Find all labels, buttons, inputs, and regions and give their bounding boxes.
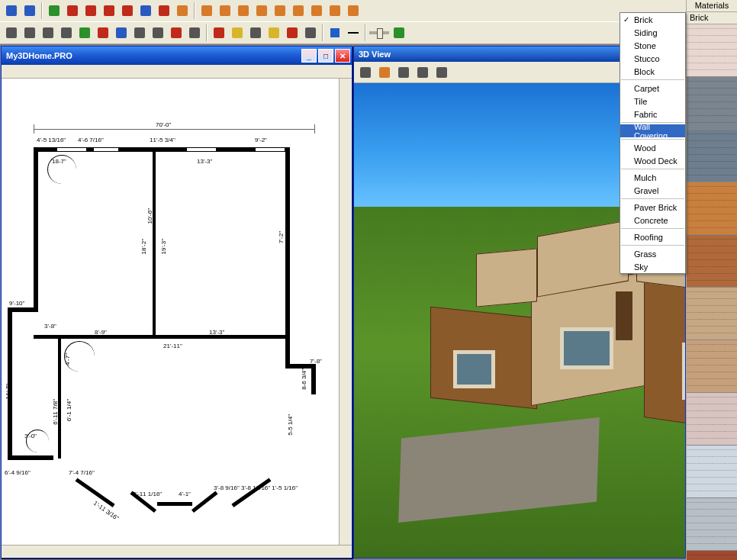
menu-item-siding[interactable]: Siding (620, 26, 685, 39)
brush-icon[interactable] (414, 64, 431, 81)
title-3d: 3D View (359, 50, 391, 59)
fence-low-icon[interactable] (168, 24, 185, 41)
material-swatch[interactable] (687, 446, 737, 498)
pond-icon[interactable] (131, 24, 148, 41)
tractor-icon[interactable] (247, 24, 264, 41)
menu-item-roofing[interactable]: Roofing (620, 230, 685, 243)
nosmoking-icon[interactable] (156, 2, 172, 19)
menu-item-wall-covering[interactable]: Wall Covering (620, 124, 685, 137)
roof9-icon[interactable] (345, 2, 362, 19)
roof2-icon[interactable] (217, 2, 233, 19)
roof4-icon[interactable] (253, 2, 270, 19)
fence1-icon[interactable] (64, 2, 81, 19)
material-swatch[interactable] (687, 340, 737, 393)
color-swatch[interactable] (327, 24, 343, 41)
fence4-icon[interactable] (119, 2, 136, 19)
sun-icon[interactable] (376, 64, 393, 81)
menu-item-carpet[interactable]: Carpet (620, 82, 685, 95)
material-swatch[interactable] (687, 498, 737, 551)
titlebar-2d[interactable]: My3DHome.PRO _ □ ✕ (2, 47, 352, 65)
menu-item-paver-brick[interactable]: Paver Brick (620, 201, 685, 214)
menu-item-block[interactable]: Block (620, 65, 685, 78)
book-icon[interactable] (3, 2, 20, 19)
materials-dropdown-menu: BrickSidingStoneStuccoBlockCarpetTileFab… (620, 12, 686, 274)
menu-item-concrete[interactable]: Concrete (620, 214, 685, 227)
roof8-icon[interactable] (327, 2, 343, 19)
menu-item-stucco[interactable]: Stucco (620, 52, 685, 65)
fence2-icon[interactable] (82, 2, 99, 19)
menu-item-brick[interactable]: Brick (620, 13, 685, 26)
menu-item-gravel[interactable]: Gravel (620, 184, 685, 197)
materials-category[interactable]: Brick (687, 12, 737, 24)
square-green-icon[interactable] (76, 24, 93, 41)
tree-icon[interactable] (391, 24, 407, 41)
circle-dark-icon[interactable] (150, 24, 166, 41)
slider[interactable] (369, 31, 389, 34)
roof1-icon[interactable] (198, 2, 215, 19)
hydrant-icon[interactable] (284, 24, 301, 41)
roof7-icon[interactable] (308, 2, 325, 19)
material-swatch[interactable] (687, 130, 737, 182)
curve-red-icon[interactable] (95, 24, 111, 41)
scrollbar-vertical[interactable] (339, 79, 352, 545)
walk-icon[interactable] (357, 64, 374, 81)
arrow-red-icon[interactable] (211, 24, 227, 41)
ruler-icon[interactable] (433, 64, 450, 81)
material-swatch[interactable] (687, 77, 737, 130)
maximize-button[interactable]: □ (318, 49, 333, 63)
material-swatch[interactable] (687, 551, 737, 560)
material-swatch[interactable] (687, 393, 737, 446)
menu-item-fabric[interactable]: Fabric (620, 108, 685, 121)
window-2d-plan: My3DHome.PRO _ □ ✕ (1, 46, 352, 558)
workspace: My3DHome.PRO _ □ ✕ (0, 44, 686, 560)
bulb-icon[interactable] (395, 64, 412, 81)
fence3-icon[interactable] (101, 2, 117, 19)
seesaw-icon[interactable] (21, 24, 38, 41)
material-swatch[interactable] (687, 24, 737, 77)
menu-item-stone[interactable]: Stone (620, 39, 685, 52)
scrollbar-horizontal[interactable] (2, 545, 352, 558)
menu-item-sky[interactable]: Sky (620, 260, 685, 273)
plan-subtoolbar (2, 65, 352, 79)
menu-item-wood-deck[interactable]: Wood Deck (620, 154, 685, 167)
pool-icon[interactable] (137, 2, 154, 19)
grid-icon[interactable] (46, 2, 63, 19)
spacer-balls-icon[interactable] (186, 24, 203, 41)
close-button[interactable]: ✕ (335, 49, 350, 63)
minimize-button[interactable]: _ (301, 49, 317, 63)
line-swatch[interactable] (345, 24, 362, 41)
flowerbed-icon[interactable] (58, 24, 75, 41)
roof3-icon[interactable] (235, 2, 252, 19)
roof6-icon[interactable] (290, 2, 307, 19)
plan-canvas[interactable]: 70'-0" 4'-5 13/16" 4'-6 7/16" 11'-5 3/4"… (3, 79, 339, 545)
lamp-icon[interactable] (266, 24, 282, 41)
menu-item-grass[interactable]: Grass (620, 247, 685, 260)
materials-swatch-list (687, 24, 737, 560)
slide-icon[interactable] (3, 24, 20, 41)
title-2d: My3DHome.PRO (6, 51, 300, 60)
rock-icon[interactable] (302, 24, 319, 41)
material-swatch[interactable] (687, 182, 737, 235)
balloons-icon[interactable] (174, 2, 191, 19)
materials-heading: Materials (687, 0, 737, 12)
menu-item-wood[interactable]: Wood (620, 141, 685, 154)
roof5-icon[interactable] (272, 2, 288, 19)
material-swatch[interactable] (687, 288, 737, 340)
page-icon[interactable] (21, 2, 38, 19)
menu-item-mulch[interactable]: Mulch (620, 171, 685, 184)
material-icon[interactable] (229, 24, 246, 41)
material-swatch[interactable] (687, 235, 737, 288)
dim-label: 70'-0" (156, 121, 171, 128)
materials-panel: Materials Brick (686, 0, 737, 560)
menu-item-tile[interactable]: Tile (620, 95, 685, 108)
bench-icon[interactable] (40, 24, 56, 41)
wave-blue-icon[interactable] (113, 24, 130, 41)
